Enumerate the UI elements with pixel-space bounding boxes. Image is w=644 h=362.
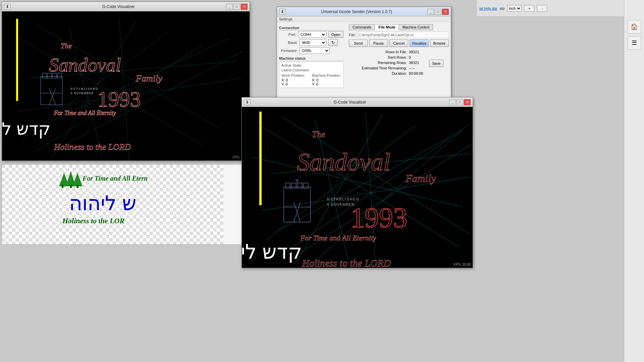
menu-icon[interactable]: ☰ bbox=[628, 36, 641, 50]
svg-text:קדש ליהוה: קדש ליהוה bbox=[242, 241, 302, 263]
refresh-btn[interactable]: ↻ bbox=[328, 39, 338, 46]
viz-canvas-fg[interactable]: The Sandoval Family ESTABLISHED bbox=[242, 107, 473, 268]
svg-text:Family: Family bbox=[136, 73, 163, 83]
ugs-close-btn[interactable]: ✕ bbox=[442, 9, 449, 15]
fps-label-fg: FPS: 20.00 bbox=[454, 263, 471, 266]
bottom-text-2: ש ליהוה bbox=[69, 191, 137, 215]
svg-rect-54 bbox=[285, 183, 290, 188]
open-btn[interactable]: Open bbox=[328, 31, 343, 38]
action-row-1: Send Pause Cancel Visualize Browse bbox=[349, 40, 449, 47]
minimize-btn-fg[interactable]: _ bbox=[449, 99, 456, 105]
viz-canvas-bg[interactable]: The Sandoval Family ESTABLISHED 6 NOVEMB… bbox=[2, 11, 250, 161]
home-icon[interactable]: 🏠 bbox=[628, 20, 641, 34]
est-time-val: --:-- bbox=[408, 66, 428, 70]
svg-text:1993: 1993 bbox=[351, 202, 407, 233]
baud-row: Baud: 9600 ↻ bbox=[279, 39, 343, 46]
browse-btn[interactable]: Browse bbox=[430, 40, 449, 47]
svg-text:6 NOVEMBER: 6 NOVEMBER bbox=[71, 92, 94, 95]
svg-marker-33 bbox=[72, 173, 83, 186]
fg-download-icon[interactable]: ⬇ bbox=[244, 99, 251, 105]
ugs-title: Universal Gcode Sender (Version 1.0.7) bbox=[286, 9, 427, 14]
trees-icon bbox=[56, 168, 83, 188]
svg-text:Family: Family bbox=[405, 173, 436, 184]
latest-comment-label: Latest Comment: bbox=[281, 68, 341, 72]
ugs-window: ⬇ Universal Gcode Sender (Version 1.0.7)… bbox=[277, 7, 451, 101]
plus-btn[interactable]: + bbox=[524, 5, 534, 12]
bottom-artwork: For Time and All Etern ש ליהוה Holiness … bbox=[2, 165, 223, 245]
ugs-minimize-btn[interactable]: _ bbox=[427, 9, 434, 15]
gcode-viz-bg-title: G-Code Visualizer bbox=[11, 4, 226, 9]
file-row: File: bbox=[349, 32, 449, 38]
ugs-left-panel: Connection Port: COM4 Open Baud: 9600 ↻ … bbox=[279, 24, 346, 88]
close-btn-fg[interactable]: ✕ bbox=[464, 99, 471, 105]
remaining-rows-val: 38321 bbox=[408, 60, 428, 65]
stats-table: Rows In File: 38321 Save Sent Rows: 0 Re… bbox=[349, 49, 449, 76]
firmware-select[interactable]: GRBL bbox=[300, 47, 330, 54]
duration-val: 00:00:00 bbox=[408, 71, 428, 76]
connection-label: Connection bbox=[279, 25, 343, 31]
ugs-right-panel: Commands File Mode Machine Control File:… bbox=[349, 24, 449, 88]
svg-rect-14 bbox=[41, 76, 62, 105]
svg-text:Holiness to the LORD: Holiness to the LORD bbox=[302, 257, 391, 268]
svg-text:קדש ליהוה: קדש ליהוה bbox=[2, 119, 51, 138]
download-icon[interactable]: ⬇ bbox=[4, 4, 11, 10]
settings-label[interactable]: Settings bbox=[279, 17, 292, 21]
baud-select[interactable]: 9600 bbox=[300, 39, 326, 46]
ugs-download-icon[interactable]: ⬇ bbox=[279, 9, 286, 15]
tab-machinecontrol[interactable]: Machine Control bbox=[399, 24, 433, 30]
win-controls-fg-left: ⬇ bbox=[244, 99, 251, 105]
remaining-rows-label: Remaining Rows: bbox=[350, 60, 408, 65]
unit-select[interactable]: inch bbox=[507, 5, 522, 12]
tab-filemode[interactable]: File Mode bbox=[375, 24, 399, 30]
svg-text:Sandoval: Sandoval bbox=[297, 148, 390, 176]
y-mach-val: Y: 0 bbox=[312, 82, 341, 86]
pause-btn[interactable]: Pause bbox=[369, 40, 388, 47]
save-btn[interactable]: Save bbox=[429, 60, 443, 67]
win-controls-fg-right: _ □ ✕ bbox=[449, 99, 471, 105]
tab-row: Commands File Mode Machine Control bbox=[349, 24, 449, 30]
ugs-win-controls-right: _ □ ✕ bbox=[427, 9, 449, 15]
send-btn[interactable]: Send bbox=[349, 40, 368, 47]
sent-rows-label: Sent Rows: bbox=[350, 55, 408, 60]
bottom-canvas: For Time and All Etern ש ליהוה Holiness … bbox=[2, 165, 223, 245]
visualize-btn[interactable]: Visualize bbox=[410, 40, 428, 47]
ugs-maximize-btn[interactable]: □ bbox=[435, 9, 441, 15]
duration-label: Duration: bbox=[350, 71, 408, 76]
svg-text:Holiness to the LORD: Holiness to the LORD bbox=[54, 142, 131, 152]
file-path-input[interactable] bbox=[357, 32, 449, 38]
win-controls-bg-right: _ □ ✕ bbox=[226, 4, 248, 10]
machine-status-box: Active State: Latest Comment: Work Posit… bbox=[279, 62, 343, 88]
svg-rect-36 bbox=[77, 185, 78, 188]
maximize-btn-fg[interactable]: □ bbox=[457, 99, 463, 105]
right-strip: 🏠 ☰ bbox=[624, 0, 644, 362]
tab-commands[interactable]: Commands bbox=[349, 24, 375, 30]
svg-rect-35 bbox=[70, 185, 72, 188]
help-link[interactable]: ial help ala bbox=[479, 6, 497, 10]
svg-text:Sandoval: Sandoval bbox=[49, 54, 121, 75]
svg-text:For Time and All Eternity: For Time and All Eternity bbox=[300, 234, 376, 242]
machine-status-label: Machine status bbox=[279, 56, 343, 61]
settings-bar[interactable]: Settings bbox=[277, 16, 451, 22]
bottom-text-1: For Time and All Etern bbox=[83, 175, 148, 182]
close-btn-bg[interactable]: ✕ bbox=[241, 4, 248, 10]
svg-text:ESTABLISHED: ESTABLISHED bbox=[327, 197, 359, 201]
active-state-label: Active State: bbox=[281, 63, 341, 67]
svg-text:The: The bbox=[61, 42, 72, 50]
ugs-win-controls-left: ⬇ bbox=[279, 9, 286, 15]
gcode-visualizer-bg: ⬇ G-Code Visualizer _ □ ✕ bbox=[2, 2, 250, 161]
svg-rect-34 bbox=[62, 185, 63, 188]
minus-btn[interactable]: - bbox=[537, 5, 547, 12]
port-select[interactable]: COM4 bbox=[298, 31, 326, 38]
machine-position-label: Machine Position: bbox=[312, 73, 341, 77]
y-work-val: Y: 0 bbox=[281, 82, 305, 86]
svg-text:1993: 1993 bbox=[97, 87, 141, 111]
rows-in-file-val: 38321 bbox=[408, 50, 428, 54]
ugs-content: Connection Port: COM4 Open Baud: 9600 ↻ … bbox=[277, 22, 451, 90]
minimize-btn-bg[interactable]: _ bbox=[226, 4, 233, 10]
cancel-btn[interactable]: Cancel bbox=[389, 40, 408, 47]
ugs-titlebar: ⬇ Universal Gcode Sender (Version 1.0.7)… bbox=[277, 7, 451, 16]
file-label: File: bbox=[349, 33, 356, 37]
maximize-btn-bg[interactable]: □ bbox=[233, 4, 240, 10]
svg-rect-15 bbox=[42, 73, 46, 78]
x-mach-val: X: 0 bbox=[312, 78, 341, 82]
